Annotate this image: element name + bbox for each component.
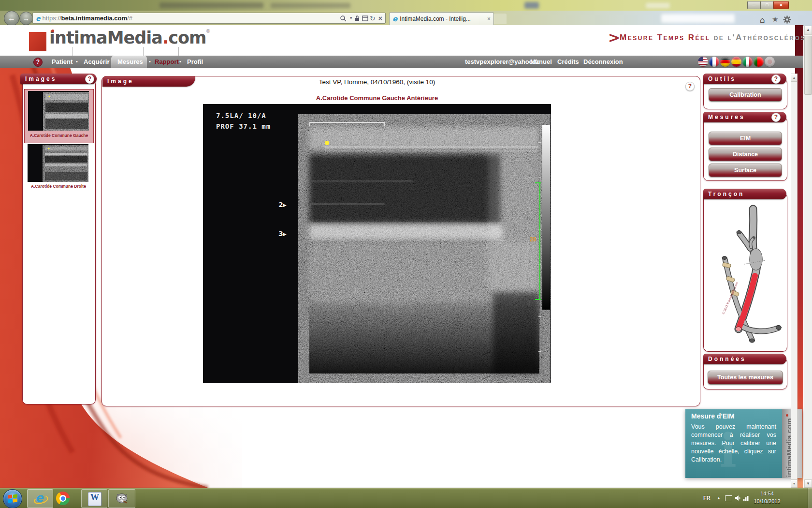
screen: ─ □ × ← → e https://beta.intimamedia.com… <box>0 0 812 508</box>
tray-volume-icon[interactable] <box>735 495 741 501</box>
flag-france-icon[interactable] <box>709 57 719 67</box>
browser-forward-button[interactable]: → <box>19 12 33 25</box>
tab-title: IntimaMedia.com - Intellig... <box>400 15 471 22</box>
flag-us-icon[interactable] <box>698 57 708 67</box>
site-logo[interactable]: intimaMedia.com® <box>49 28 210 48</box>
page-scroll-up-arrow[interactable]: ▲ <box>791 74 797 82</box>
browser-scrollbar[interactable]: ▲ ▼ <box>804 26 812 488</box>
favorites-star-icon[interactable]: ★ <box>772 15 781 24</box>
main-nav-bar: ? Patient • Acquérir • Mesures • Rapport… <box>0 56 803 68</box>
tooltip-title: Mesure d'EIM <box>691 412 735 420</box>
tray-display-icon[interactable] <box>725 495 732 501</box>
logo-text-intima: intimaMedia <box>49 28 162 47</box>
nav-separator-line <box>178 47 179 56</box>
forward-arrow-icon: → <box>23 15 29 22</box>
page-scrollbar[interactable]: ▲ ▼ <box>791 74 798 488</box>
page-favicon-ie: e <box>36 15 41 22</box>
nav-item-profil[interactable]: Profil <box>187 58 203 65</box>
depth-scale-label: 20 <box>530 236 536 243</box>
tooltip-body: Vous pouvez maintenant commencer à réali… <box>691 423 776 464</box>
flag-portugal-icon[interactable] <box>754 57 764 67</box>
nav-item-patient[interactable]: Patient <box>52 58 72 65</box>
nav-link-deconnexion[interactable]: Déconnexion <box>583 58 623 65</box>
toutes-les-mesures-button[interactable]: Toutes les mesures <box>708 371 783 385</box>
search-dropdown-icon[interactable]: ▼ <box>349 16 353 20</box>
tooltip-content: i Mesure d'EIM Vous pouvez maintenant co… <box>685 409 782 478</box>
surface-button[interactable]: Surface <box>709 164 782 177</box>
nav-item-acquerir[interactable]: Acquérir <box>84 58 109 65</box>
background-window-titlebar <box>0 0 812 11</box>
blurred-background-search-box <box>661 14 735 23</box>
browser-scroll-thumb[interactable] <box>804 36 812 95</box>
show-desktop-button[interactable] <box>808 488 812 508</box>
flag-germany-icon[interactable] <box>720 57 730 67</box>
start-button[interactable] <box>3 489 22 508</box>
us-marker-dot-yellow[interactable] <box>325 141 329 145</box>
taskbar-ie-button[interactable]: e <box>27 489 53 508</box>
word-icon: W <box>88 492 102 506</box>
window-close-button[interactable]: × <box>773 1 789 9</box>
flag-italy-icon[interactable] <box>742 57 753 67</box>
home-icon[interactable]: ⌂ <box>760 15 768 24</box>
thumbnail-item-selected[interactable]: A.Carotide Commune Gauche <box>24 89 94 143</box>
tray-clock-time[interactable]: 14:54 <box>748 491 786 496</box>
thumbnail-image-gauche[interactable] <box>28 91 89 131</box>
browser-tab[interactable]: e IntimaMedia.com - Intellig... × <box>389 12 494 25</box>
mesures-help-icon[interactable]: ? <box>771 113 781 122</box>
nav-link-credits[interactable]: Crédits <box>557 58 579 65</box>
windows-logo-pane <box>8 494 12 498</box>
troncon-title: Tronçon <box>708 191 744 197</box>
flag-spain-icon[interactable] <box>731 57 741 67</box>
marker-2-arrow-icon: ▶ <box>283 203 287 208</box>
thumbnail-caption: A.Carotide Commune Droite <box>24 184 93 189</box>
browser-scroll-down-arrow[interactable]: ▼ <box>804 479 812 488</box>
url-host: beta.intimamedia.com <box>61 15 128 22</box>
eim-button[interactable]: EIM <box>709 132 782 145</box>
outils-help-icon[interactable]: ? <box>771 75 781 84</box>
tray-language[interactable]: FR <box>703 495 710 501</box>
tray-expand-icon[interactable]: ▲ <box>717 496 721 500</box>
browser-back-button[interactable]: ← <box>4 11 19 26</box>
tab-favicon-ie: e <box>392 15 397 23</box>
address-bar[interactable]: e https://beta.intimamedia.com/# ▼ ↻ × <box>32 13 386 24</box>
flag-japan-icon-disabled <box>765 57 775 67</box>
nav-dot: • <box>179 59 181 64</box>
new-tab-button[interactable] <box>494 14 507 24</box>
us-marker-3: 3▶ <box>278 230 287 238</box>
ultrasound-image[interactable] <box>203 104 551 383</box>
browser-scroll-up-arrow[interactable]: ▲ <box>804 26 812 35</box>
taskbar-gimp-button[interactable] <box>108 489 135 508</box>
taskbar-chrome-button[interactable] <box>56 492 70 505</box>
logo-text-com: com <box>168 28 206 47</box>
stop-icon[interactable]: × <box>378 15 382 22</box>
tray-clock-date[interactable]: 10/10/2012 <box>748 498 786 504</box>
nav-separator-line <box>108 47 108 56</box>
search-icon[interactable] <box>340 15 347 22</box>
nav-item-mesures[interactable]: Mesures <box>117 58 143 65</box>
taskbar-word-button[interactable]: W <box>81 489 107 508</box>
tab-close-icon[interactable]: × <box>487 15 491 22</box>
thumbnail-image-droite[interactable] <box>28 144 88 182</box>
calibration-button[interactable]: Calibration <box>709 88 782 102</box>
thumbnail-item[interactable]: A.Carotide Commune Droite <box>24 143 93 192</box>
minimize-icon: ─ <box>753 2 755 7</box>
windows-logo-pane <box>8 499 12 503</box>
blurred-title-text <box>160 2 263 8</box>
refresh-icon[interactable]: ↻ <box>370 15 376 22</box>
compatibility-view-icon[interactable] <box>362 15 368 22</box>
user-email[interactable]: testvpexplorer@yahoo.fr <box>465 58 539 65</box>
blurred-window-controls <box>646 3 670 8</box>
nav-link-manuel[interactable]: Manuel <box>530 58 552 65</box>
eim-scale-green-line[interactable] <box>539 182 540 300</box>
nav-help-icon[interactable]: ? <box>33 58 43 67</box>
page-scroll-down-arrow[interactable]: ▼ <box>791 479 797 487</box>
window-maximize-button[interactable]: □ <box>760 1 774 9</box>
distance-button[interactable]: Distance <box>709 148 782 161</box>
image-panel-help-icon[interactable]: ? <box>685 82 695 91</box>
artery-diagram[interactable]: © 2011 IntimaMedia.com <box>707 202 783 346</box>
tagline-accent: Mesure Temps Réel <box>620 33 710 42</box>
nav-item-rapport[interactable]: Rapport <box>155 58 179 65</box>
window-minimize-button[interactable]: ─ <box>747 1 761 9</box>
settings-gear-icon[interactable] <box>783 15 791 24</box>
images-help-icon[interactable]: ? <box>85 75 94 84</box>
